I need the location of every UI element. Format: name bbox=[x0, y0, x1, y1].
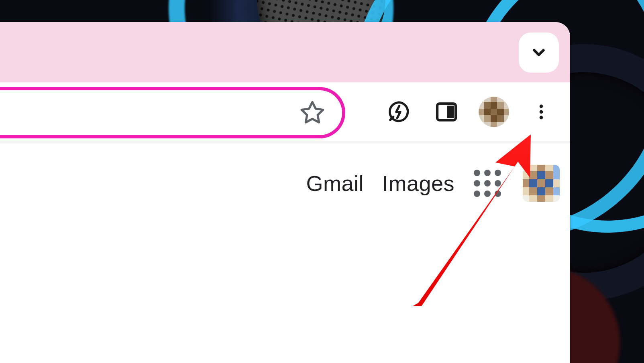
side-panel-button[interactable] bbox=[430, 96, 463, 128]
svg-rect-2 bbox=[447, 106, 454, 118]
more-vertical-icon bbox=[532, 102, 551, 122]
svg-point-5 bbox=[540, 116, 543, 120]
gmail-link[interactable]: Gmail bbox=[306, 171, 364, 196]
chrome-menu-button[interactable] bbox=[525, 96, 557, 128]
chevron-down-icon bbox=[530, 43, 548, 62]
google-bar: Gmail Images bbox=[306, 165, 560, 202]
google-apps-button[interactable] bbox=[473, 169, 502, 198]
google-account-button[interactable] bbox=[523, 165, 560, 202]
toolbar bbox=[0, 82, 570, 142]
tab-strip bbox=[0, 22, 570, 82]
side-panel-icon bbox=[435, 100, 458, 124]
bookmark-button[interactable] bbox=[300, 100, 325, 126]
svg-marker-0 bbox=[302, 102, 323, 122]
extension-button[interactable] bbox=[382, 96, 414, 128]
images-link[interactable]: Images bbox=[382, 171, 454, 196]
browser-window: Gmail Images bbox=[0, 22, 570, 363]
search-tabs-button[interactable] bbox=[519, 32, 559, 73]
svg-point-3 bbox=[540, 105, 543, 108]
star-outline-icon bbox=[300, 100, 325, 126]
svg-point-4 bbox=[540, 110, 543, 114]
page-content: Gmail Images bbox=[0, 142, 570, 363]
profile-button[interactable] bbox=[479, 97, 509, 127]
leaf-bolt-icon bbox=[386, 100, 410, 124]
address-bar[interactable] bbox=[0, 87, 345, 138]
